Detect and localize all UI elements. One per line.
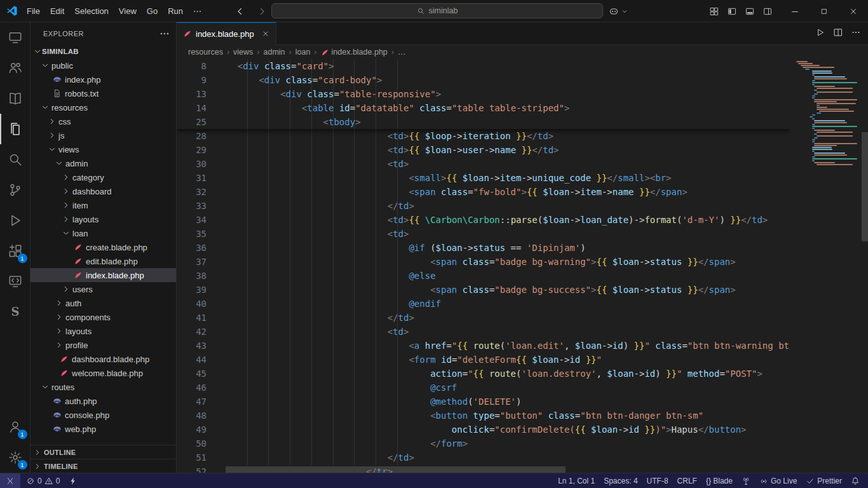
line-number[interactable]: 32 xyxy=(177,185,216,199)
close-icon[interactable] xyxy=(262,30,269,37)
status-prettier[interactable]: Prettier xyxy=(801,473,846,488)
split-editor-button[interactable] xyxy=(834,28,843,39)
horizontal-scrollbar[interactable] xyxy=(226,466,790,473)
tree-item-layouts[interactable]: layouts xyxy=(31,324,176,338)
tree-item-layouts[interactable]: layouts xyxy=(31,212,176,226)
status-problems[interactable]: 00 xyxy=(22,473,64,488)
code-line-49[interactable]: 49onclick="confirmDelete({{ $loan->id }}… xyxy=(177,423,790,437)
tree-item-public[interactable]: public xyxy=(31,58,176,72)
breadcrumb-item-views[interactable]: views xyxy=(233,48,253,57)
code-line-42[interactable]: 42<td> xyxy=(177,325,790,339)
line-number[interactable]: 29 xyxy=(177,143,216,157)
menu-run[interactable]: Run xyxy=(163,0,188,22)
tree-item-css[interactable]: css xyxy=(31,114,176,128)
tree-item-auth[interactable]: auth xyxy=(31,296,176,310)
line-number[interactable]: 8 xyxy=(177,59,216,73)
status-go-live[interactable]: Go Live xyxy=(755,473,801,488)
code-line-44[interactable]: 44<form id="deleteForm{{ $loan->id }}" xyxy=(177,353,790,367)
code-line-30[interactable]: 30<td> xyxy=(177,157,790,171)
status-indentation[interactable]: Spaces: 4 xyxy=(599,473,642,488)
minimap[interactable] xyxy=(790,59,862,473)
line-number[interactable]: 33 xyxy=(177,199,216,213)
line-number[interactable]: 37 xyxy=(177,255,216,269)
tree-item-loan[interactable]: loan xyxy=(31,226,176,240)
line-number[interactable]: 45 xyxy=(177,367,216,381)
activity-extensions[interactable]: 1 xyxy=(0,236,31,266)
code-line-35[interactable]: 35<td> xyxy=(177,227,790,241)
code-line-40[interactable]: 40@endif xyxy=(177,297,790,311)
section-outline[interactable]: OUTLINE xyxy=(31,445,176,459)
line-number[interactable]: 44 xyxy=(177,353,216,367)
menu-view[interactable]: View xyxy=(114,0,142,22)
code-line-38[interactable]: 38@else xyxy=(177,269,790,283)
hscroll-slider[interactable] xyxy=(226,466,566,473)
code-line-31[interactable]: 31<small>{{ $loan->item->unique_code }}<… xyxy=(177,171,790,185)
line-number[interactable]: 34 xyxy=(177,213,216,227)
line-number[interactable]: 13 xyxy=(177,87,216,101)
tab-index-blade-php[interactable]: index.blade.php xyxy=(177,22,276,45)
maximize-button[interactable] xyxy=(810,0,839,22)
menu-file[interactable]: File xyxy=(22,0,45,22)
line-number[interactable]: 42 xyxy=(177,325,216,339)
status-quick-action[interactable] xyxy=(64,473,82,488)
line-number[interactable]: 51 xyxy=(177,451,216,464)
tree-item-views[interactable]: views xyxy=(31,142,176,156)
tree-item-edit.blade.php[interactable]: edit.blade.php xyxy=(31,254,176,268)
vscroll-slider[interactable] xyxy=(862,132,868,241)
more-actions-icon[interactable] xyxy=(159,29,170,39)
menu-go[interactable]: Go xyxy=(142,0,163,22)
copilot-button[interactable] xyxy=(609,0,628,22)
breadcrumb-item-index.blade.php[interactable]: index.blade.php xyxy=(321,48,388,57)
status-eol[interactable]: CRLF xyxy=(673,473,702,488)
status-encoding[interactable]: UTF-8 xyxy=(642,473,673,488)
line-number[interactable]: 49 xyxy=(177,423,216,437)
panel-bottom-button[interactable] xyxy=(741,0,759,22)
code-line-32[interactable]: 32<span class="fw-bold">{{ $loan->item->… xyxy=(177,185,790,199)
status-notifications[interactable] xyxy=(846,473,864,488)
code-line-43[interactable]: 43<a href="{{ route('loan.edit', $loan->… xyxy=(177,339,790,353)
command-center-search[interactable]: siminlab xyxy=(271,3,603,18)
line-number[interactable]: 28 xyxy=(177,129,216,143)
tree-item-routes[interactable]: routes xyxy=(31,380,176,394)
line-number[interactable]: 31 xyxy=(177,171,216,185)
tree-item-js[interactable]: js xyxy=(31,128,176,142)
code-line-37[interactable]: 37<span class="badge bg-warning">{{ $loa… xyxy=(177,255,790,269)
code-line-14[interactable]: 14<table id="datatable" class="table tab… xyxy=(177,101,790,115)
tree-item-resources[interactable]: resources xyxy=(31,100,176,114)
activity-docs[interactable] xyxy=(0,83,31,114)
activity-source-control[interactable] xyxy=(0,175,31,205)
activity-run-debug[interactable] xyxy=(0,205,31,236)
line-number[interactable]: 40 xyxy=(177,297,216,311)
layout-grid-button[interactable] xyxy=(705,0,723,22)
tree-item-index.php[interactable]: phpindex.php xyxy=(31,72,176,86)
more-actions-button[interactable] xyxy=(851,28,860,39)
panel-left-button[interactable] xyxy=(723,0,741,22)
minimize-button[interactable] xyxy=(780,0,810,22)
tree-item-category[interactable]: category xyxy=(31,170,176,184)
code-line-46[interactable]: 46@csrf xyxy=(177,381,790,395)
menu-selection[interactable]: Selection xyxy=(69,0,113,22)
line-number[interactable]: 9 xyxy=(177,73,216,87)
line-number[interactable]: 39 xyxy=(177,283,216,297)
code-line-48[interactable]: 48<button type="button" class="btn btn-d… xyxy=(177,409,790,423)
tree-item-profile[interactable]: profile xyxy=(31,338,176,352)
activity-remote-explorer[interactable] xyxy=(0,266,31,297)
code-line-8[interactable]: 8<div class="card"> xyxy=(177,59,790,73)
line-number[interactable]: 47 xyxy=(177,395,216,409)
section-timeline[interactable]: TIMELINE xyxy=(31,459,176,473)
line-number[interactable]: 48 xyxy=(177,409,216,423)
activity-explorer[interactable] xyxy=(0,114,31,144)
run-button[interactable] xyxy=(816,28,825,39)
tree-item-dashboard.blade.php[interactable]: dashboard.blade.php xyxy=(31,352,176,366)
line-number[interactable]: 38 xyxy=(177,269,216,283)
line-number[interactable]: 52 xyxy=(177,464,216,473)
code-line-51[interactable]: 51</td> xyxy=(177,451,790,464)
tree-item-dashboard[interactable]: dashboard xyxy=(31,184,176,198)
status-language-mode[interactable]: {} Blade xyxy=(702,473,737,488)
activity-accounts[interactable]: 1 xyxy=(0,412,31,442)
tree-item-console.php[interactable]: phpconsole.php xyxy=(31,408,176,422)
activity-live-share[interactable] xyxy=(0,53,31,83)
line-number[interactable]: 41 xyxy=(177,311,216,325)
code-line-39[interactable]: 39<span class="badge bg-success">{{ $loa… xyxy=(177,283,790,297)
line-number[interactable]: 30 xyxy=(177,157,216,171)
